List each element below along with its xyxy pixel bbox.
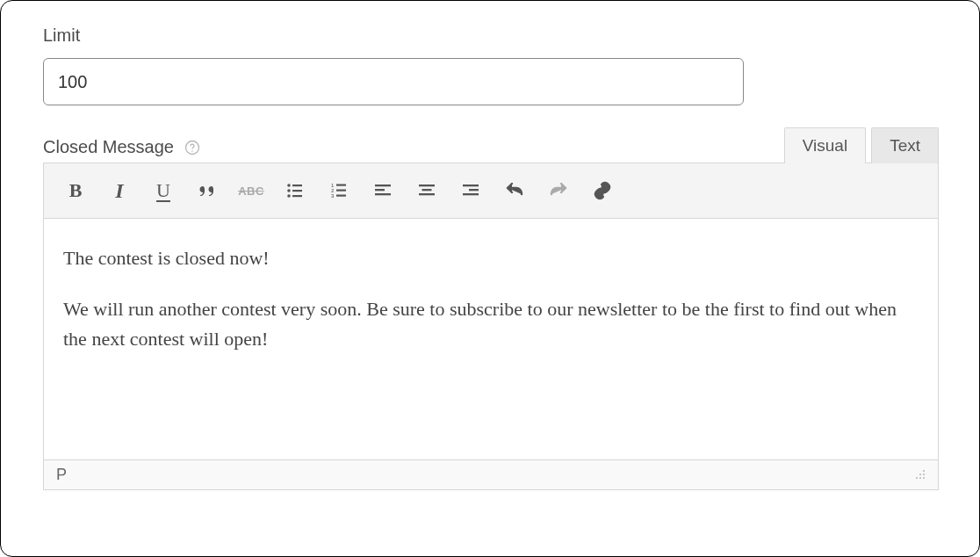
redo-button[interactable] xyxy=(537,172,580,209)
closed-message-header: Closed Message Visual Text xyxy=(43,127,939,163)
rich-text-editor: B I U ABC xyxy=(43,163,939,490)
svg-point-28 xyxy=(919,477,921,479)
tab-text[interactable]: Text xyxy=(871,127,939,163)
tab-text-label: Text xyxy=(890,136,920,155)
bold-icon: B xyxy=(69,179,83,202)
align-right-button[interactable] xyxy=(450,172,492,209)
editor-toolbar: B I U ABC xyxy=(44,163,938,219)
strikethrough-icon: ABC xyxy=(238,184,264,198)
bullet-list-button[interactable] xyxy=(274,172,316,209)
svg-rect-21 xyxy=(463,184,479,186)
tab-visual-label: Visual xyxy=(803,136,847,155)
closed-message-label-wrap: Closed Message xyxy=(43,137,202,157)
editor-statusbar: P xyxy=(44,459,938,489)
svg-point-25 xyxy=(919,474,921,475)
svg-rect-13 xyxy=(336,195,346,197)
svg-rect-19 xyxy=(422,189,432,191)
align-center-icon xyxy=(416,180,437,201)
svg-point-27 xyxy=(916,477,918,479)
underline-icon: U xyxy=(156,179,170,202)
settings-panel: Limit Closed Message Visual Text xyxy=(0,0,980,557)
align-left-button[interactable] xyxy=(362,172,404,209)
undo-icon xyxy=(504,180,525,201)
editor-content-area[interactable]: The contest is closed now! We will run a… xyxy=(44,219,938,459)
svg-rect-16 xyxy=(375,193,391,195)
svg-point-29 xyxy=(923,477,925,479)
svg-point-2 xyxy=(287,184,291,187)
closed-message-label: Closed Message xyxy=(43,137,174,157)
help-icon[interactable] xyxy=(183,138,202,157)
element-path[interactable]: P xyxy=(56,466,67,484)
numbered-list-button[interactable]: 1 2 3 xyxy=(318,172,360,209)
svg-point-26 xyxy=(923,474,925,475)
align-left-icon xyxy=(372,180,393,201)
svg-rect-5 xyxy=(292,190,302,192)
align-right-icon xyxy=(460,180,481,201)
svg-rect-14 xyxy=(375,184,391,186)
svg-rect-7 xyxy=(292,195,302,197)
redo-icon xyxy=(548,180,569,201)
limit-input[interactable] xyxy=(43,58,744,105)
numbered-list-icon: 1 2 3 xyxy=(328,180,349,201)
strikethrough-button[interactable]: ABC xyxy=(230,172,272,209)
italic-button[interactable]: I xyxy=(98,172,141,209)
svg-rect-18 xyxy=(419,184,435,186)
editor-mode-tabs: Visual Text xyxy=(784,127,939,163)
bullet-list-icon xyxy=(285,180,306,201)
editor-paragraph-2: We will run another contest very soon. B… xyxy=(63,294,919,354)
limit-label-text: Limit xyxy=(43,25,80,46)
svg-rect-11 xyxy=(336,190,346,192)
link-icon xyxy=(592,180,613,201)
editor-paragraph-1: The contest is closed now! xyxy=(63,243,919,273)
svg-rect-20 xyxy=(419,193,435,195)
svg-point-4 xyxy=(287,189,291,192)
svg-rect-23 xyxy=(463,193,479,195)
svg-point-1 xyxy=(191,150,193,152)
align-center-button[interactable] xyxy=(406,172,448,209)
limit-field-group: Limit xyxy=(43,25,937,105)
link-button[interactable] xyxy=(581,172,623,209)
blockquote-button[interactable] xyxy=(186,172,228,209)
svg-point-24 xyxy=(923,470,925,472)
svg-rect-15 xyxy=(375,189,385,191)
svg-text:3: 3 xyxy=(331,193,335,199)
resize-grip-icon xyxy=(912,466,926,480)
tab-visual[interactable]: Visual xyxy=(784,127,866,163)
svg-rect-22 xyxy=(469,189,479,191)
svg-rect-9 xyxy=(336,184,346,186)
svg-rect-3 xyxy=(292,184,302,186)
undo-button[interactable] xyxy=(494,172,536,209)
quote-icon xyxy=(197,180,218,201)
bold-button[interactable]: B xyxy=(54,172,97,209)
svg-point-6 xyxy=(287,194,291,198)
resize-handle[interactable] xyxy=(912,466,926,484)
limit-label: Limit xyxy=(43,25,937,46)
italic-icon: I xyxy=(115,179,123,203)
underline-button[interactable]: U xyxy=(142,172,184,209)
